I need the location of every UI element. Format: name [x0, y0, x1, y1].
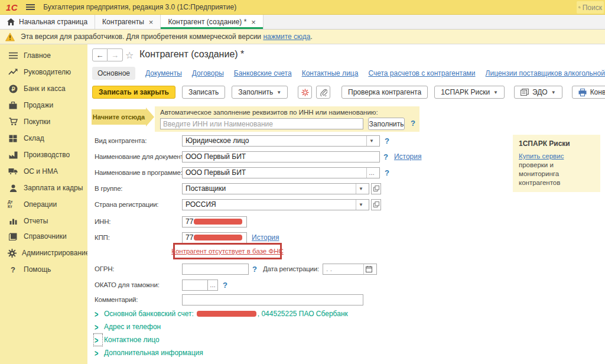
attachments-button[interactable]	[316, 86, 330, 99]
field-help[interactable]: ?	[385, 168, 389, 177]
field-help[interactable]: ?	[252, 265, 257, 274]
sidebar-item-rukovoditelyu[interactable]: Руководителю	[0, 65, 87, 79]
nav-bank-accounts[interactable]: Банковские счета	[234, 69, 292, 77]
close-icon[interactable]: ×	[251, 18, 256, 26]
truck-icon	[8, 168, 18, 175]
fns-warning-link[interactable]: Контрагент отсутствует в базе ФНС	[171, 248, 284, 255]
dropdown-button[interactable]: ▼	[356, 200, 366, 210]
back-button[interactable]: ←	[92, 48, 108, 61]
forward-button[interactable]: →	[108, 48, 123, 61]
inn-name-search-input[interactable]	[160, 118, 363, 129]
name-docs-input[interactable]: ООО Первый БИТ	[182, 151, 380, 162]
field-help[interactable]: ?	[385, 136, 389, 145]
chevron-down-icon: ▼	[277, 90, 281, 95]
field-ogrn: ОГРН: ? Дата регистрации: . .	[95, 263, 377, 275]
section-address-phone[interactable]: > Адрес и телефон	[95, 321, 161, 332]
inn-input[interactable]: 77	[182, 216, 247, 228]
search-icon	[578, 4, 581, 11]
sidebar-item-os-nma[interactable]: ОС и НМА	[0, 164, 87, 178]
kpp-input[interactable]: 77	[182, 232, 247, 243]
tab-kontragent-creation[interactable]: Контрагент (создание) * ×	[161, 15, 264, 29]
open-item-button[interactable]	[371, 199, 381, 210]
section-bank-account[interactable]: > Основной банковский счет: , 044525225 …	[95, 308, 348, 319]
warning-icon	[5, 32, 15, 41]
ogrn-input[interactable]	[182, 264, 249, 275]
kind-select[interactable]: Юридическое лицо ▼	[182, 135, 380, 147]
person-icon	[8, 184, 18, 192]
section-contact-person[interactable]: > Контактное лицо	[95, 334, 160, 345]
sidebar-item-administrirovanie[interactable]: Администрирование	[0, 246, 87, 260]
sidebar-item-sklad[interactable]: Склад	[0, 131, 87, 145]
tab-home[interactable]: Начальная страница	[0, 15, 95, 29]
bar-chart-icon	[8, 217, 18, 225]
kpp-history-link[interactable]: История	[252, 233, 279, 242]
close-icon[interactable]: ×	[149, 18, 154, 26]
okato-input[interactable]	[182, 280, 208, 291]
check-counterparty-button[interactable]: Проверка контрагента	[341, 86, 428, 99]
dropdown-button[interactable]: ▼	[367, 136, 376, 146]
calendar-button[interactable]	[364, 264, 373, 274]
nav-dokumenty[interactable]: Документы	[145, 69, 182, 77]
tab-label: Контрагент (создание) *	[168, 18, 246, 26]
ellipsis-button[interactable]: …	[208, 280, 218, 291]
briefcase-icon	[8, 102, 18, 109]
trend-chart-icon	[8, 69, 18, 76]
ellipsis-button[interactable]: …	[367, 168, 376, 178]
fill-dropdown-button[interactable]: Заполнить▼	[232, 86, 288, 99]
field-kind: Вид контрагента: Юридическое лицо ▼ ?	[95, 135, 389, 147]
sidebar-item-pomosch[interactable]: ? Помощь	[0, 262, 87, 277]
main-menu-icon[interactable]	[26, 3, 35, 11]
nav-alcohol-licenses[interactable]: Лицензии поставщиков алкогольной продукц…	[486, 69, 605, 77]
sidebar-item-glavnoe[interactable]: Главное	[0, 48, 87, 63]
nav-dogovory[interactable]: Договоры	[192, 69, 224, 77]
printer-icon	[578, 89, 587, 96]
global-search[interactable]: Поиск	[577, 1, 604, 14]
save-and-close-button[interactable]: Записать и закрыть	[92, 86, 175, 99]
field-group: В группе: Поставщики ▼	[95, 183, 381, 194]
country-select[interactable]: РОССИЯ ▼	[182, 199, 369, 210]
toolbar: Записать и закрыть Записать Заполнить▼ П…	[92, 86, 605, 99]
dt-kt-icon: Дт Кт	[8, 200, 18, 209]
boxes-icon	[8, 135, 18, 142]
section-additional-info[interactable]: > Дополнительная информация	[95, 347, 203, 358]
open-item-button[interactable]	[371, 183, 381, 194]
cart-icon	[8, 118, 18, 126]
spark-asterisk-button[interactable]	[298, 86, 312, 99]
sidebar-item-proizvodstvo[interactable]: Производство	[0, 148, 87, 162]
banner-buy-link[interactable]: нажмите сюда	[263, 32, 310, 41]
field-comment: Комментарий:	[95, 294, 363, 306]
group-select[interactable]: Поставщики ▼	[182, 183, 369, 194]
save-button[interactable]: Записать	[182, 86, 225, 99]
edo-dropdown-button[interactable]: ЭДО▼	[514, 86, 562, 99]
buy-service-link[interactable]: Купить сервис	[519, 152, 564, 160]
name-history-link[interactable]: История	[394, 152, 422, 161]
reg-date-input[interactable]: . .	[323, 264, 377, 275]
autofill-help[interactable]: ?	[411, 119, 415, 128]
envelope-print-button[interactable]: Конверт	[572, 86, 605, 99]
field-help[interactable]: ?	[223, 281, 227, 290]
favorite-star-icon[interactable]: ☆	[125, 50, 134, 61]
section-nav: Основное Документы Договоры Банковские с…	[92, 67, 605, 80]
nav-contact-persons[interactable]: Контактные лица	[302, 69, 359, 77]
tabstrip: Начальная страница Контрагенты × Контраг…	[0, 15, 605, 30]
tab-kontragenty[interactable]: Контрагенты ×	[95, 15, 161, 29]
autofill-fill-button[interactable]: Заполнить	[368, 118, 405, 130]
sidebar-item-bank-kassa[interactable]: ₽ Банк и касса	[0, 82, 87, 96]
name-prog-input[interactable]: ООО Первый БИТ …	[182, 167, 380, 178]
field-kpp: КПП: 77 История	[95, 232, 279, 243]
comment-input[interactable]	[182, 294, 363, 306]
sidebar-item-otchety[interactable]: Отчеты	[0, 214, 87, 228]
spark-risks-dropdown-button[interactable]: 1СПАРК Риски▼	[434, 86, 505, 99]
sidebar-item-zarplata-kadry[interactable]: Зарплата и кадры	[0, 181, 87, 195]
field-help[interactable]: ?	[383, 152, 388, 161]
field-country: Страна регистрации: РОССИЯ ▼	[95, 199, 381, 210]
home-icon	[7, 18, 15, 25]
sidebar-item-prodazhi[interactable]: Продажи	[0, 98, 87, 112]
sidebar-item-spravochniki[interactable]: Справочники	[0, 229, 87, 243]
window-title: Бухгалтерия предприятия, редакция 3.0 (1…	[43, 3, 236, 11]
sidebar-item-operacii[interactable]: Дт Кт Операции	[0, 197, 87, 212]
dropdown-button[interactable]: ▼	[356, 184, 366, 194]
sidebar-item-pokupki[interactable]: Покупки	[0, 115, 87, 129]
nav-settlement-accounts[interactable]: Счета расчетов с контрагентами	[368, 69, 475, 77]
nav-osnovnoe[interactable]: Основное	[92, 67, 135, 80]
